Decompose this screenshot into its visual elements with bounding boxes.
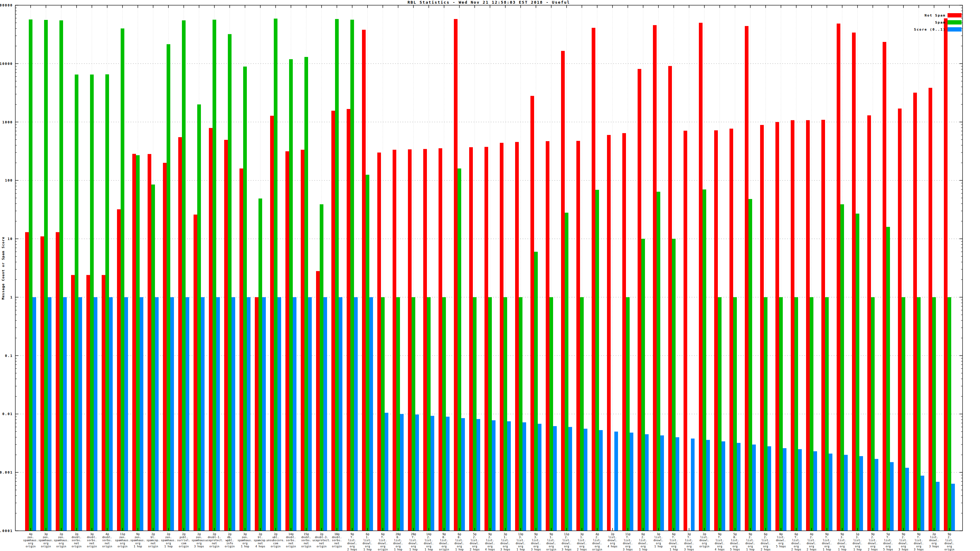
x-axis-label: 2@zen.spamhaus.org3 hops bbox=[192, 533, 207, 548]
bar-spam bbox=[59, 21, 63, 531]
x-axis-label-line: zen. bbox=[196, 536, 202, 539]
bar-score bbox=[109, 297, 113, 531]
bar-score bbox=[385, 413, 388, 531]
bar-score bbox=[477, 419, 480, 531]
x-axis-label-line: dnsbl-1. bbox=[208, 536, 221, 539]
x-axis-label-line: list. bbox=[455, 539, 463, 542]
x-axis-label-line: 3@ bbox=[657, 533, 660, 536]
x-axis-label-line: org bbox=[855, 545, 860, 548]
x-axis-label-line: sorbs. bbox=[332, 539, 342, 542]
x-axis-label-line: 5@ bbox=[733, 533, 737, 536]
x-axis-label-line: 2@ bbox=[611, 533, 614, 536]
x-axis-label-line: 9@ bbox=[841, 533, 844, 536]
x-axis-label-line: list. bbox=[501, 539, 509, 542]
x-axis-label: 6@2.list.dnswl.org2 hops bbox=[761, 533, 771, 551]
x-axis-label-line: 6@ bbox=[458, 533, 461, 536]
x-axis-label-line: dnswl. bbox=[669, 542, 679, 545]
x-axis-label: 6@Y.list.dnswl.orgorigin bbox=[378, 533, 388, 551]
bar-not-spam bbox=[469, 147, 473, 531]
bar-score bbox=[277, 297, 281, 531]
bar-not-spam bbox=[40, 236, 44, 531]
x-axis-label-line: dnswl. bbox=[638, 542, 648, 545]
x-axis-label-line: 4 hops bbox=[485, 548, 495, 551]
x-axis-label-line: 2. bbox=[488, 536, 492, 539]
y-tick-label: 1000 bbox=[2, 120, 13, 124]
bar-score bbox=[538, 424, 541, 531]
x-axis-label: 1@3.list.dnswl.org1 hop bbox=[853, 533, 863, 551]
x-axis-label-line: list. bbox=[547, 539, 555, 542]
x-axis-label-line: list. bbox=[562, 539, 571, 542]
x-axis-label-line: origin bbox=[87, 545, 97, 548]
x-axis-label-line: 6@ bbox=[381, 533, 385, 536]
x-axis-label-line: 2. bbox=[427, 536, 431, 539]
x-axis-label-line: list. bbox=[884, 539, 892, 542]
x-axis-label-line: org bbox=[656, 542, 661, 545]
x-axis-label-line: 2 hops bbox=[868, 548, 878, 551]
y-axis-title: Message Count or Spam Score bbox=[1, 237, 5, 300]
bar-score bbox=[446, 417, 450, 531]
x-axis-label-line: 3 hops bbox=[684, 548, 694, 551]
x-axis-label-line: 2. bbox=[596, 536, 599, 539]
x-axis-label-line: dnswl. bbox=[470, 542, 480, 545]
x-axis-label-line: 9@ bbox=[718, 533, 722, 536]
bar-not-spam bbox=[408, 149, 412, 531]
bar-score bbox=[48, 297, 51, 531]
x-axis-label-line: list. bbox=[670, 539, 678, 542]
x-axis-label: 6@Y.list.dnswl.org2 hops bbox=[791, 533, 802, 551]
x-axis-label-line: list. bbox=[624, 539, 632, 542]
x-axis-label-line: ubl. bbox=[272, 536, 279, 539]
x-axis-label: 5@Y.list.dnswl.org5 hops bbox=[883, 533, 893, 551]
x-axis-label-line: 6@ bbox=[764, 533, 767, 536]
bar-score bbox=[676, 437, 679, 531]
bar-score bbox=[63, 297, 67, 531]
x-axis-label: 9@2.list.dnswl.orgorigin bbox=[945, 533, 955, 551]
x-axis-label-line: 6@ bbox=[672, 533, 676, 536]
x-axis-label-line: origin bbox=[546, 548, 557, 551]
x-axis-label-line: org bbox=[243, 542, 247, 545]
bar-spam bbox=[580, 297, 584, 531]
bar-score bbox=[568, 427, 572, 531]
bar-spam bbox=[228, 34, 232, 531]
bar-spam bbox=[213, 20, 216, 531]
x-axis-label: 14@2.list.dnswl.org1 hop bbox=[424, 533, 434, 551]
bar-not-spam bbox=[745, 26, 748, 531]
x-axis-label-line: org bbox=[426, 545, 431, 548]
x-axis-label-line: list. bbox=[425, 539, 433, 542]
bar-not-spam bbox=[668, 66, 672, 531]
bar-not-spam bbox=[194, 214, 197, 531]
x-axis-label-line: surriel. bbox=[177, 539, 190, 542]
bar-score bbox=[553, 426, 557, 531]
x-axis-label-line: 1 hop bbox=[409, 548, 417, 551]
x-axis-label-line: org bbox=[916, 545, 921, 548]
x-axis-label-line: dnsbl-3. bbox=[315, 536, 328, 539]
x-axis-label-line: 1. bbox=[550, 536, 553, 539]
x-axis-label-line: list. bbox=[792, 539, 800, 542]
x-axis-label-line: 3 hops bbox=[623, 548, 633, 551]
bar-not-spam bbox=[913, 93, 917, 531]
x-axis-label-line: 3 hops bbox=[194, 545, 204, 548]
rbl-statistics-chart: RBL Statistics - Wed Nov 21 12:58:03 EST… bbox=[0, 0, 980, 551]
bar-spam bbox=[932, 297, 936, 531]
x-axis-label: 3@1.list.dnswl.org2 hops bbox=[577, 533, 587, 551]
x-axis-label-line: 14@ bbox=[288, 533, 294, 536]
x-axis-label-line: 1 hop bbox=[455, 548, 463, 551]
x-axis-label: 10@dnsbl.sorbs.netorigin bbox=[332, 533, 342, 548]
x-axis-label-line: wpbl. bbox=[225, 539, 234, 542]
x-axis-label-line: dnswl. bbox=[883, 542, 893, 545]
x-axis-label: 2@zen.spamhaus.org1 hop bbox=[161, 533, 176, 548]
x-axis-label-line: dnswl. bbox=[531, 542, 541, 545]
x-axis-label-line: 0@ bbox=[780, 533, 783, 536]
x-axis-label-line: 11@ bbox=[564, 533, 569, 536]
bar-score bbox=[354, 297, 358, 531]
x-axis-label-line: 9@ bbox=[749, 533, 752, 536]
x-axis-label-line: origin bbox=[102, 545, 112, 548]
x-axis-label-line: org bbox=[197, 542, 202, 545]
y-tick-label: 0.001 bbox=[0, 470, 13, 475]
bar-spam bbox=[412, 297, 415, 531]
x-axis-label-line: net bbox=[288, 542, 293, 545]
bar-not-spam bbox=[638, 69, 641, 531]
x-axis-label-line: org bbox=[901, 545, 906, 548]
x-axis-label: 2@ubl.unsubscore.comorigin bbox=[266, 533, 285, 548]
x-axis-label-line: dnswl. bbox=[455, 542, 465, 545]
bar-score bbox=[461, 418, 465, 531]
